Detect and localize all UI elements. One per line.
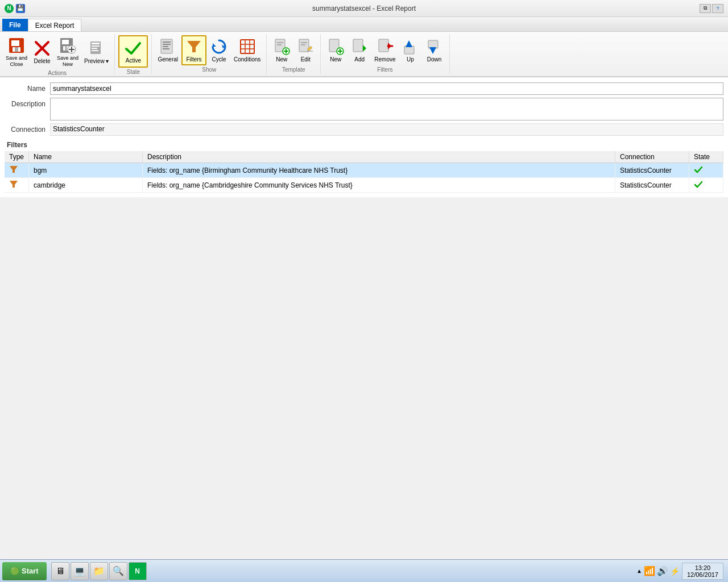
clock-time: 13:20 [687, 564, 718, 571]
add-button[interactable]: Add [348, 36, 371, 64]
save-new-icon [59, 36, 77, 55]
svg-rect-15 [92, 45, 100, 47]
conditions-label: Conditions [234, 56, 260, 63]
svg-rect-14 [92, 43, 100, 44]
filter-description: Fields: org_name {Birmingham Community H… [143, 163, 615, 178]
ribbon-group-actions: Save andClose Delete [0, 34, 115, 74]
down-button[interactable]: Down [423, 36, 446, 64]
remove-button[interactable]: Remove [372, 36, 398, 64]
ribbon-group-state: Active State [115, 34, 152, 74]
save-new-button[interactable]: Save andNew [55, 35, 81, 69]
delete-button[interactable]: Delete [31, 38, 53, 66]
window-controls[interactable]: ⧉ ? [700, 4, 723, 13]
svg-rect-7 [62, 40, 69, 44]
tray-icon3: ⚡ [670, 567, 680, 576]
svg-rect-22 [163, 48, 169, 49]
filter-new-button[interactable]: New [324, 36, 347, 64]
save-close-button[interactable]: Save andClose [3, 35, 30, 69]
template-group-label: Template [282, 66, 305, 73]
col-name: Name [29, 151, 143, 163]
app-icon-save: 💾 [16, 4, 25, 13]
svg-rect-50 [404, 46, 414, 54]
tray-icon2: 🔊 [657, 566, 668, 576]
ribbon-group-show: General Filters [152, 34, 267, 74]
actions-group-label: Actions [48, 70, 67, 76]
filter-new-label: New [330, 56, 341, 63]
description-label: Description [5, 98, 50, 108]
col-type: Type [5, 151, 29, 163]
general-button[interactable]: General [155, 36, 180, 64]
title-icons: N 💾 [5, 4, 25, 13]
help-button[interactable]: ? [712, 4, 723, 13]
taskbar-terminal-icon[interactable]: 💻 [71, 562, 89, 580]
edit-button[interactable]: Edit [294, 36, 317, 64]
taskbar-folder-icon[interactable]: 📁 [90, 562, 108, 580]
general-icon [159, 38, 177, 56]
file-tab[interactable]: File [2, 19, 28, 31]
cycle-button[interactable]: Cycle [208, 36, 230, 64]
connection-row: Connection StatisticsCounter [5, 123, 723, 136]
filters-group-label: Filters [377, 66, 392, 73]
active-label: Active [126, 57, 141, 64]
svg-rect-33 [277, 44, 282, 45]
remove-icon [376, 38, 394, 56]
svg-marker-54 [10, 166, 18, 173]
filters-section-header: Filters [5, 141, 723, 149]
svg-marker-55 [10, 181, 18, 188]
up-button[interactable]: Up [399, 36, 422, 64]
active-button[interactable]: Active [118, 35, 148, 68]
description-input[interactable] [50, 98, 723, 120]
save-close-icon [7, 36, 26, 55]
actions-buttons: Save andClose Delete [3, 35, 111, 69]
taskbar-right: ▲ 📶 🔊 ⚡ 13:20 12/06/2017 [636, 563, 728, 580]
up-icon [402, 38, 420, 56]
taskbar-icons: 🖥 💻 📁 🔍 N [51, 562, 147, 580]
app-icon-n: N [5, 4, 14, 13]
preview-label: Preview ▾ [84, 58, 109, 65]
filter-state [689, 163, 723, 178]
svg-rect-21 [163, 46, 168, 47]
preview-icon [88, 39, 106, 57]
taskbar-computer-icon[interactable]: 🖥 [51, 562, 69, 580]
svg-marker-46 [363, 45, 366, 52]
start-button[interactable]: 🟢 Start [2, 562, 47, 580]
table-row[interactable]: bgmFields: org_name {Birmingham Communit… [5, 163, 723, 178]
svg-rect-16 [92, 48, 97, 49]
template-new-button[interactable]: New [270, 36, 293, 64]
edit-icon [296, 38, 315, 56]
restore-button[interactable]: ⧉ [700, 4, 711, 13]
filters-section: Filters Type Name Description Connection… [5, 141, 723, 193]
down-icon [425, 38, 444, 56]
delete-icon [33, 39, 51, 57]
filters-table-header: Type Name Description Connection State [5, 151, 723, 163]
excel-report-tab[interactable]: Excel Report [28, 19, 82, 31]
filter-type-icon [5, 178, 29, 193]
filter-connection: StatisticsCounter [615, 163, 689, 178]
filters-label: Filters [186, 56, 201, 63]
ribbon-group-template: New Edit Template [267, 34, 321, 74]
filter-name: bgm [29, 163, 143, 178]
svg-rect-52 [428, 40, 438, 48]
connection-label: Connection [5, 126, 50, 134]
down-label: Down [427, 56, 442, 63]
up-label: Up [407, 56, 414, 63]
filters-button[interactable]: Filters [181, 35, 206, 65]
table-row[interactable]: cambridgeFields: org_name {Cambridgeshir… [5, 178, 723, 193]
tray-arrow[interactable]: ▲ [636, 568, 642, 574]
show-group-label: Show [202, 66, 216, 73]
filter-state [689, 178, 723, 193]
remove-label: Remove [374, 56, 395, 63]
name-input[interactable] [50, 82, 723, 95]
filter-description: Fields: org_name {Cambridgeshire Communi… [143, 178, 615, 193]
taskbar-nav-icon[interactable]: N [129, 562, 147, 580]
title-text: summarystatsexcel - Excel Report [312, 5, 416, 13]
preview-button[interactable]: Preview ▾ [82, 38, 111, 66]
template-new-icon [272, 38, 291, 56]
ribbon-group-filters: New Add [321, 34, 449, 74]
svg-rect-47 [379, 39, 388, 52]
conditions-button[interactable]: Conditions [231, 36, 263, 64]
filter-connection: StatisticsCounter [615, 178, 689, 193]
svg-rect-17 [92, 50, 98, 51]
taskbar-search-icon[interactable]: 🔍 [109, 562, 127, 580]
filter-type-icon [5, 163, 29, 178]
